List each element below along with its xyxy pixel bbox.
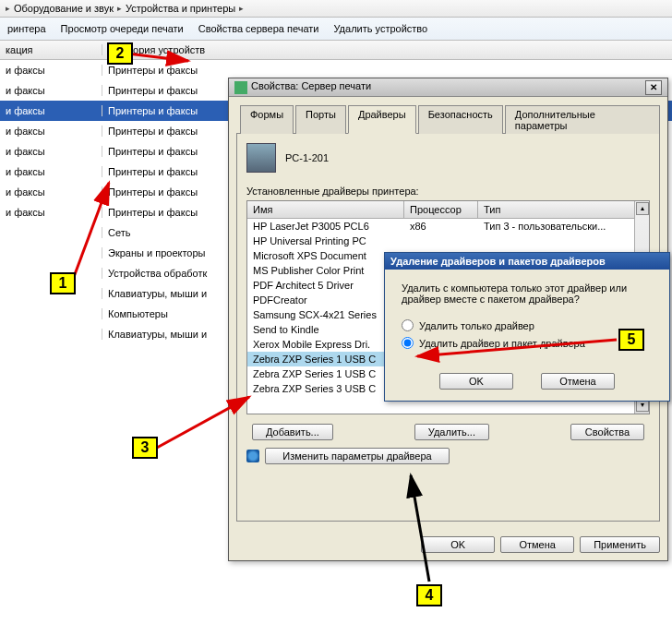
tab-security[interactable]: Безопасность	[418, 105, 503, 134]
driver-processor	[410, 235, 484, 246]
column-headers: кация Категория устройств	[0, 41, 672, 60]
toolbar-view-queue[interactable]: Просмотр очереди печати	[61, 23, 184, 34]
ok-button[interactable]: OK	[439, 373, 513, 390]
cell-category: Принтеры и факсы	[102, 126, 231, 137]
callout-4: 4	[416, 584, 442, 606]
cell-category: Клавиатуры, мыши и	[102, 288, 231, 299]
cell-category: Экраны и проекторы	[102, 247, 231, 258]
toolbar: ринтера Просмотр очереди печати Свойства…	[0, 18, 672, 41]
chevron-icon: ▸	[6, 4, 10, 13]
driver-table-header: Имя Процессор Тип	[247, 201, 649, 219]
callout-5: 5	[618, 329, 644, 351]
toolbar-remove-device[interactable]: Удалить устройство	[333, 23, 427, 34]
driver-row[interactable]: HP LaserJet P3005 PCL6x86Тип 3 - пользов…	[247, 219, 649, 234]
server-icon	[246, 143, 276, 173]
radio-remove-driver-only[interactable]: Удалить только драйвер	[402, 319, 653, 331]
cell-classification: и факсы	[0, 65, 102, 76]
driver-type: Тип 3 - пользовательски...	[484, 221, 643, 232]
ok-button[interactable]: OK	[421, 536, 495, 553]
close-button[interactable]: ✕	[645, 80, 662, 95]
breadcrumb-hardware[interactable]: Оборудование и звук	[14, 3, 114, 14]
chevron-icon: ▸	[117, 4, 122, 13]
cell-category: Принтеры и факсы	[102, 105, 231, 116]
cell-classification: и факсы	[0, 166, 102, 177]
cell-classification: и факсы	[0, 126, 102, 137]
driver-row[interactable]: HP Universal Printing PC	[247, 234, 649, 248]
cell-classification: и факсы	[0, 85, 102, 96]
cell-category: Клавиатуры, мыши и	[102, 329, 231, 340]
apply-button[interactable]: Применить	[580, 536, 660, 553]
tab-forms[interactable]: Формы	[240, 105, 294, 134]
change-driver-params-button[interactable]: Изменить параметры драйвера	[265, 448, 450, 464]
cell-category: Устройства обработк	[102, 268, 231, 279]
dialog-title: Свойства: Сервер печати	[251, 80, 371, 91]
tabs: Формы Порты Драйверы Безопасность Дополн…	[236, 104, 660, 134]
chevron-icon: ▸	[239, 4, 244, 13]
toolbar-printer[interactable]: ринтера	[7, 23, 46, 34]
callout-1: 1	[50, 272, 76, 294]
radio-label-driver-only: Удалить только драйвер	[419, 320, 534, 331]
radio-input-driver-only[interactable]	[402, 319, 414, 331]
cell-category: Принтеры и факсы	[102, 166, 231, 177]
radio-label-driver-and-package: Удалить драйвер и пакет драйвера	[419, 338, 585, 349]
remove-driver-dialog: Удаление драйверов и пакетов драйверов У…	[384, 252, 670, 402]
driver-type	[484, 235, 643, 246]
computer-name: PC-1-201	[285, 152, 329, 163]
cell-classification: и факсы	[0, 105, 102, 116]
cancel-button[interactable]: Отмена	[541, 373, 615, 390]
add-button[interactable]: Добавить...	[252, 424, 333, 440]
col-type[interactable]: Тип	[478, 201, 649, 218]
scroll-up-icon[interactable]: ▴	[636, 202, 649, 215]
tab-drivers[interactable]: Драйверы	[348, 105, 416, 134]
cell-category: Принтеры и факсы	[102, 85, 231, 96]
cell-category: Компьютеры	[102, 308, 231, 319]
driver-name: HP LaserJet P3005 PCL6	[253, 221, 410, 232]
driver-name: HP Universal Printing PC	[253, 235, 410, 246]
cell-category: Принтеры и факсы	[102, 207, 231, 218]
callout-2: 2	[107, 42, 133, 65]
radio-remove-driver-and-package[interactable]: Удалить драйвер и пакет драйвера	[402, 337, 653, 349]
printer-icon	[234, 81, 247, 94]
cell-category: Принтеры и факсы	[102, 186, 231, 198]
cell-category: Принтеры и факсы	[102, 146, 231, 157]
installed-drivers-label: Установленные драйверы принтера:	[246, 186, 650, 197]
properties-button[interactable]: Свойства	[570, 424, 644, 440]
remove-dialog-title[interactable]: Удаление драйверов и пакетов драйверов	[385, 253, 669, 270]
radio-input-driver-and-package[interactable]	[402, 337, 414, 349]
cell-classification: и факсы	[0, 186, 102, 198]
tab-ports[interactable]: Порты	[295, 105, 346, 134]
remove-button[interactable]: Удалить...	[414, 424, 489, 440]
column-header-classification[interactable]: кация	[0, 44, 102, 55]
shield-icon	[246, 450, 259, 462]
callout-3: 3	[132, 437, 158, 459]
breadcrumb: ▸ Оборудование и звук ▸ Устройства и при…	[0, 0, 672, 18]
dialog-titlebar[interactable]: Свойства: Сервер печати ✕	[229, 78, 667, 97]
cell-category: Сеть	[102, 227, 231, 238]
cell-classification: и факсы	[0, 146, 102, 157]
breadcrumb-devices[interactable]: Устройства и принтеры	[126, 3, 235, 14]
remove-dialog-question: Удалить с компьютера только этот драйвер…	[402, 282, 653, 305]
toolbar-server-properties[interactable]: Свойства сервера печати	[198, 23, 319, 34]
tab-advanced[interactable]: Дополнительные параметры	[505, 105, 660, 134]
cell-classification: и факсы	[0, 207, 102, 218]
col-processor[interactable]: Процессор	[404, 201, 478, 218]
driver-processor: x86	[410, 221, 484, 232]
col-name[interactable]: Имя	[247, 201, 404, 218]
cancel-button[interactable]: Отмена	[500, 536, 574, 553]
cell-category: Принтеры и факсы	[102, 65, 231, 76]
